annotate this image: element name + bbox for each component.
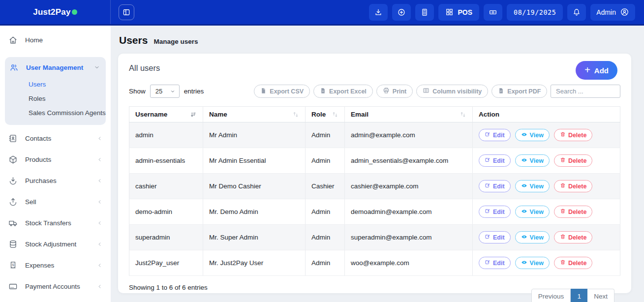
add-quick-button[interactable] — [392, 4, 411, 21]
add-user-button[interactable]: + Add — [576, 61, 617, 80]
chevron-down-icon — [94, 64, 100, 70]
plus-circle-icon — [397, 8, 406, 17]
chevron-left-icon — [97, 136, 102, 141]
sidebar-item-sell[interactable]: Sell — [0, 191, 111, 212]
sort-icon — [332, 111, 338, 118]
export-buttons: Export CSV Export Excel Print — [254, 85, 547, 98]
plus-icon: + — [584, 65, 590, 75]
column-header-role[interactable]: Role — [306, 107, 345, 122]
edit-button[interactable]: Edit — [479, 257, 511, 269]
eye-icon — [521, 157, 527, 165]
table-row: admin Mr Admin Admin admin@example.com E… — [129, 122, 620, 148]
sidebar-subitem-sales-commission-agents[interactable]: Sales Commission Agents — [5, 106, 106, 120]
sidebar-toggle-icon — [122, 8, 131, 17]
chevron-left-icon — [97, 178, 102, 183]
sidebar-item-expenses[interactable]: $ Expenses — [0, 255, 111, 276]
edit-button[interactable]: Edit — [479, 180, 511, 192]
view-button[interactable]: View — [515, 129, 550, 141]
sidebar-subitem-users[interactable]: Users — [5, 77, 106, 91]
sidebar-item-user-management[interactable]: User Management — [5, 58, 106, 77]
cell-email: admin_essentials@example.com — [345, 148, 473, 174]
search-input[interactable] — [551, 85, 620, 98]
edit-button[interactable]: Edit — [479, 154, 511, 167]
previous-page-button[interactable]: Previous — [531, 289, 571, 302]
delete-button[interactable]: Delete — [554, 129, 593, 141]
sidebar-item-stock-adjustment[interactable]: Stock Adjustment — [0, 234, 111, 255]
chevron-left-icon — [97, 220, 102, 226]
edit-button[interactable]: Edit — [479, 231, 511, 243]
page-subtitle: Manage users — [153, 38, 198, 45]
entries-select[interactable]: 25 — [150, 85, 180, 98]
users-table: Username Name — [129, 106, 620, 276]
sidebar-item-contacts[interactable]: Contacts — [0, 128, 111, 149]
print-button[interactable]: Print — [376, 85, 413, 98]
delete-label: Delete — [568, 183, 587, 190]
sort-ascending-icon — [190, 111, 197, 118]
edit-button[interactable]: Edit — [479, 129, 511, 141]
sidebar-item-payment-accounts[interactable]: Payment Accounts — [0, 276, 111, 297]
sidebar-item-purchases[interactable]: Purchases — [0, 170, 111, 191]
table-header-row: Username Name — [129, 107, 620, 122]
sidebar-item-reports[interactable]: Reports — [0, 297, 111, 302]
row-actions: Edit View Delete — [479, 154, 614, 167]
bell-icon — [572, 8, 581, 17]
date-display[interactable]: 08/19/2025 — [507, 4, 563, 21]
entries-label: entries — [184, 88, 204, 95]
sidebar-item-products[interactable]: Products — [0, 149, 111, 170]
sidebar-item-home[interactable]: Home — [0, 30, 111, 51]
pos-button[interactable]: POS — [438, 4, 479, 21]
logo[interactable]: Just2Pay — [0, 0, 111, 24]
topbar: Just2Pay — [0, 0, 644, 26]
view-button[interactable]: View — [515, 180, 550, 192]
admin-menu-button[interactable]: Admin — [590, 4, 635, 21]
sidebar-item-stock-transfers[interactable]: Stock Transfers — [0, 212, 111, 234]
download-button[interactable] — [369, 4, 388, 21]
cell-role: Admin — [306, 148, 345, 174]
sidebar-subitem-roles[interactable]: Roles — [5, 91, 106, 106]
table-row: demo-admin Mr. Demo Admin Admin demoadmi… — [129, 199, 620, 225]
cell-name: Mr Demo Cashier — [203, 174, 306, 199]
calculator-icon — [420, 8, 429, 17]
view-button[interactable]: View — [515, 206, 550, 218]
edit-button[interactable]: Edit — [479, 206, 511, 218]
delete-label: Delete — [568, 234, 587, 241]
delete-label: Delete — [568, 157, 587, 164]
export-excel-button[interactable]: Export Excel — [313, 85, 373, 98]
view-label: View — [530, 157, 544, 164]
column-header-email[interactable]: Email — [345, 107, 473, 122]
page-number-button[interactable]: 1 — [571, 289, 587, 302]
view-button[interactable]: View — [515, 231, 550, 243]
delete-button[interactable]: Delete — [554, 154, 593, 167]
view-button[interactable]: View — [515, 257, 550, 269]
export-csv-button[interactable]: Export CSV — [254, 85, 310, 98]
chevron-down-icon — [170, 89, 175, 94]
calculator-button[interactable] — [415, 4, 434, 21]
sort-icon — [292, 111, 299, 118]
cash-register-button[interactable] — [484, 4, 502, 21]
table-footer: Showing 1 to 6 of 6 entries Previous 1 N… — [129, 284, 620, 302]
cell-username: superadmin — [129, 225, 203, 250]
add-user-label: Add — [594, 66, 609, 75]
export-pdf-button[interactable]: Export PDF — [491, 85, 547, 98]
column-visibility-button[interactable]: Column visibility — [416, 85, 488, 98]
delete-button[interactable]: Delete — [554, 231, 593, 243]
edit-label: Edit — [493, 209, 505, 215]
pagination: Previous 1 Next — [531, 289, 614, 302]
column-header-username[interactable]: Username — [129, 107, 203, 122]
admin-menu-label: Admin — [596, 8, 616, 16]
main-content: Users Manage users All users + Add Show … — [111, 26, 644, 302]
view-label: View — [530, 209, 544, 215]
delete-button[interactable]: Delete — [554, 257, 593, 269]
next-page-button[interactable]: Next — [587, 289, 614, 302]
all-users-card: All users + Add Show 25 entries — [118, 54, 631, 293]
notifications-button[interactable] — [567, 4, 586, 21]
sidebar-toggle-button[interactable] — [119, 4, 134, 20]
delete-button[interactable]: Delete — [554, 180, 593, 192]
box-icon — [8, 155, 18, 164]
column-header-name[interactable]: Name — [203, 107, 306, 122]
eye-icon — [521, 131, 527, 139]
sidebar: Home User Management Users Roles Sales C… — [0, 26, 111, 302]
view-button[interactable]: View — [515, 154, 550, 167]
download-icon — [374, 8, 383, 17]
delete-button[interactable]: Delete — [554, 206, 593, 218]
